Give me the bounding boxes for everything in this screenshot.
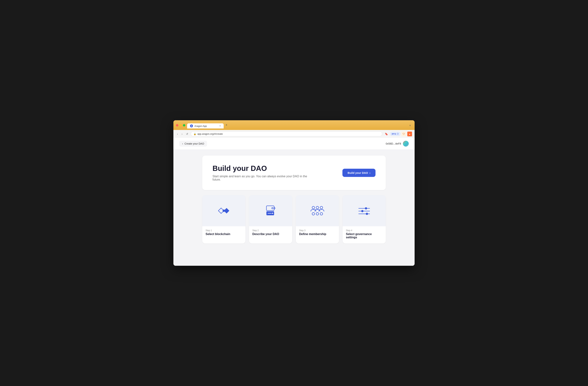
new-tab-button[interactable]: + — [224, 122, 229, 128]
browser-tab[interactable]: A Aragon App × — [187, 123, 224, 129]
forward-button[interactable]: › — [181, 132, 184, 136]
hero-title: Build your DAO — [212, 164, 308, 172]
page-content: ‹ Create your DAO 0x58D...4eF8 Build you… — [173, 138, 415, 266]
svg-point-16 — [365, 207, 367, 210]
ipfs-label: IPFS — [392, 133, 396, 135]
step-info-1: Step 1 Select blockchain — [202, 226, 245, 240]
step-info-4: Step 4 Select governance settings — [343, 226, 386, 243]
step-title-4: Select governance settings — [346, 233, 382, 239]
svg-point-18 — [361, 210, 363, 212]
close-traffic-light[interactable] — [176, 124, 178, 127]
wallet-address: 0x58D...4eF8 — [386, 142, 401, 145]
refresh-button[interactable]: ↺ — [185, 132, 189, 136]
hero-description: Start simple and learn as you go. You ca… — [212, 175, 308, 181]
membership-icon — [308, 204, 327, 217]
browser-window: A Aragon App × + ∨ ‹ › ↺ 🔒 app.aragon.or… — [173, 120, 415, 266]
back-to-home-button[interactable]: ‹ Create your DAO — [179, 141, 207, 147]
maximize-traffic-light[interactable] — [183, 124, 185, 127]
step-info-2: Step 2 Describe your DAO — [249, 226, 292, 240]
step-card-3[interactable]: Step 3 Define membership — [296, 195, 339, 243]
steps-grid: Step 1 Select blockchain — [202, 195, 386, 243]
svg-point-10 — [316, 206, 319, 209]
browser-titlebar: A Aragon App × + ∨ — [173, 120, 415, 130]
back-arrow-icon: ‹ — [182, 142, 183, 145]
wallet-display: 0x58D...4eF8 — [386, 141, 409, 147]
minimize-traffic-light[interactable] — [179, 124, 182, 127]
ipfs-icon: ⬡ — [397, 133, 399, 135]
build-dao-arrow: › — [369, 171, 370, 174]
step-number-1: Step 1 — [206, 229, 242, 232]
browser-toolbar: ‹ › ↺ 🔒 app.aragon.org/#/create 🔖 IPFS ⬡… — [173, 130, 415, 138]
svg-marker-8 — [274, 207, 275, 210]
step-card-1[interactable]: Step 1 Select blockchain — [202, 195, 245, 243]
build-dao-button[interactable]: Build your DAO › — [342, 169, 376, 177]
svg-point-13 — [316, 213, 319, 215]
svg-point-4 — [272, 207, 273, 209]
step-title-1: Select blockchain — [206, 233, 242, 236]
toolbar-right: 🔖 IPFS ⬡ 🛡 ▲ — [384, 131, 412, 136]
app-header: ‹ Create your DAO 0x58D...4eF8 — [173, 138, 415, 150]
step-title-3: Define membership — [299, 233, 336, 236]
step-icon-area-2 — [249, 195, 292, 226]
svg-point-9 — [312, 206, 315, 209]
tab-title: Aragon App — [194, 125, 207, 127]
back-button-label: Create your DAO — [185, 142, 204, 145]
main-content: Build your DAO Start simple and learn as… — [193, 150, 395, 249]
build-dao-label: Build your DAO — [348, 171, 368, 174]
svg-point-11 — [320, 206, 323, 209]
describe-icon — [262, 204, 279, 217]
step-info-3: Step 3 Define membership — [296, 226, 339, 240]
step-icon-area-3 — [296, 195, 339, 226]
address-bar[interactable]: 🔒 app.aragon.org/#/create — [191, 131, 382, 136]
hero-card: Build your DAO Start simple and learn as… — [202, 155, 386, 190]
governance-icon — [356, 204, 372, 217]
back-button[interactable]: ‹ — [176, 132, 179, 136]
svg-point-20 — [366, 213, 368, 215]
step-title-2: Describe your DAO — [252, 233, 289, 236]
tab-favicon: A — [190, 125, 193, 127]
user-avatar — [403, 141, 409, 147]
step-card-4[interactable]: Step 4 Select governance settings — [343, 195, 386, 243]
lock-icon: 🔒 — [193, 133, 196, 135]
blockchain-icon — [216, 204, 232, 217]
traffic-lights — [176, 124, 185, 127]
svg-point-12 — [312, 213, 315, 215]
svg-point-14 — [320, 213, 323, 215]
ipfs-badge[interactable]: IPFS ⬡ — [390, 132, 400, 136]
step-number-3: Step 3 — [299, 229, 336, 232]
step-number-2: Step 2 — [252, 229, 289, 232]
svg-rect-3 — [266, 206, 274, 211]
hero-text: Build your DAO Start simple and learn as… — [212, 164, 308, 181]
tab-expand-button[interactable]: ∨ — [408, 123, 412, 128]
tab-close-button[interactable]: × — [219, 125, 221, 127]
step-icon-area-1 — [202, 195, 245, 226]
shield-button[interactable]: 🛡 — [401, 131, 406, 136]
brave-button[interactable]: ▲ — [407, 131, 412, 136]
step-icon-area-4 — [343, 195, 386, 226]
step-number-4: Step 4 — [346, 229, 382, 232]
bookmark-button[interactable]: 🔖 — [384, 132, 389, 136]
svg-point-7 — [272, 213, 273, 214]
url-display: app.aragon.org/#/create — [197, 132, 223, 135]
step-card-2[interactable]: Step 2 Describe your DAO — [249, 195, 292, 243]
